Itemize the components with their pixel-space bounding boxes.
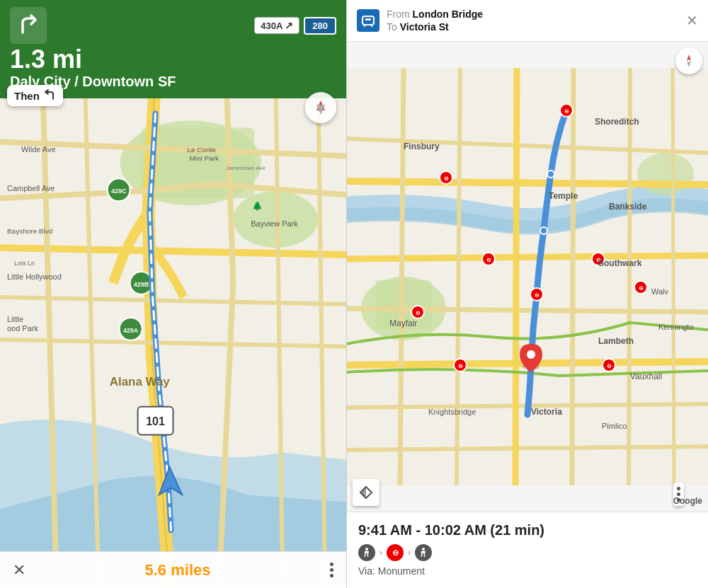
walk-person-icon: [361, 547, 372, 558]
svg-text:Southwark: Southwark: [598, 258, 642, 268]
turn-right-icon: [16, 13, 41, 38]
svg-text:⊖: ⊖: [639, 285, 644, 292]
transit-info: From London Bridge To Victoria St: [357, 8, 483, 33]
svg-text:🌲: 🌲: [252, 200, 263, 211]
nav-distance: 1.3 mi: [10, 47, 336, 72]
then-turn-icon: [43, 89, 56, 102]
svg-text:Wilde Ave: Wilde Ave: [21, 145, 56, 154]
highway-430a-label: 430A: [261, 21, 282, 31]
compass-south: [316, 105, 325, 115]
svg-text:Le Conte: Le Conte: [187, 146, 216, 154]
left-panel: 429C 429B 429A Wilde Ave Campbell Ave Ba…: [0, 0, 347, 588]
svg-text:Vauxhall: Vauxhall: [630, 371, 662, 381]
transit-text: From London Bridge To Victoria St: [387, 8, 483, 33]
compass-left[interactable]: [305, 92, 336, 123]
close-nav-button[interactable]: ✕: [13, 561, 25, 580]
more-button-left[interactable]: [330, 563, 333, 577]
then-button[interactable]: Then: [7, 85, 63, 106]
compass-right-icon: [681, 53, 697, 69]
more-dot-1: [330, 563, 333, 566]
svg-text:429A: 429A: [123, 327, 139, 334]
svg-text:Alana Way: Alana Way: [110, 375, 171, 388]
svg-text:Walv: Walv: [651, 287, 669, 296]
svg-text:⊖: ⊖: [486, 257, 491, 263]
route-steps: › ⊖ ›: [358, 544, 697, 561]
svg-marker-73: [687, 61, 691, 67]
svg-text:Finsbury: Finsbury: [404, 142, 440, 151]
badge-280: 280: [304, 17, 336, 35]
step-arrow-1: ›: [379, 548, 382, 558]
svg-text:Lois Ln: Lois Ln: [14, 260, 35, 267]
step-walk-icon-2: [415, 544, 432, 561]
svg-text:⊖: ⊖: [564, 108, 569, 115]
svg-point-37: [540, 227, 547, 234]
more-dot-2: [330, 568, 333, 572]
bottom-bar-left: ✕ 5.6 miles: [0, 551, 346, 588]
svg-text:Pimlico: Pimlico: [602, 422, 627, 430]
via-text: Via: Monument: [358, 565, 697, 577]
tube-icon: [357, 9, 379, 32]
svg-text:Mayfair: Mayfair: [389, 318, 417, 328]
svg-marker-72: [687, 54, 691, 61]
svg-rect-28: [368, 18, 371, 21]
svg-rect-27: [365, 18, 368, 21]
transit-header: From London Bridge To Victoria St ✕: [347, 0, 708, 42]
svg-text:Little Hollywood: Little Hollywood: [7, 272, 62, 281]
svg-text:Bayshore Blvd: Bayshore Blvd: [7, 227, 52, 235]
location-arrow-icon: [359, 485, 373, 500]
highway-280-label: 280: [312, 21, 328, 31]
transit-from: From London Bridge: [387, 8, 483, 20]
svg-point-40: [527, 350, 535, 359]
google-watermark: Google: [673, 496, 702, 506]
svg-point-34: [637, 153, 694, 195]
svg-text:Knightsbridge: Knightsbridge: [428, 408, 476, 416]
nav-header: 430A ↗ 280 1.3 mi Daly City / Downtown S…: [0, 0, 346, 98]
transit-to: To Victoria St: [387, 21, 483, 33]
svg-text:⊖: ⊖: [458, 363, 463, 369]
step-tube-icon: ⊖: [387, 544, 404, 561]
badge-430a: 430A ↗: [254, 17, 299, 34]
from-value: London Bridge: [413, 8, 484, 20]
svg-text:⊖: ⊖: [607, 363, 612, 369]
svg-marker-75: [360, 487, 366, 498]
svg-text:ood Park: ood Park: [7, 324, 38, 333]
turn-icon-box: [10, 7, 47, 44]
svg-text:Kenningto: Kenningto: [658, 323, 694, 331]
svg-text:Jamestown Ave: Jamestown Ave: [226, 165, 266, 171]
svg-text:Mini Park: Mini Park: [189, 154, 219, 162]
svg-text:Campbell Ave: Campbell Ave: [7, 184, 55, 192]
then-label: Then: [14, 90, 40, 102]
route-info: 9:41 AM - 10:02 AM (21 min) › ⊖ ›: [347, 512, 708, 588]
svg-text:101: 101: [146, 415, 165, 427]
svg-point-76: [365, 548, 368, 550]
svg-text:429B: 429B: [134, 281, 149, 288]
svg-text:Little: Little: [7, 315, 23, 323]
svg-text:⊖: ⊖: [444, 175, 449, 182]
svg-text:Temple: Temple: [549, 191, 578, 201]
transit-train-icon: [360, 13, 376, 28]
svg-text:429C: 429C: [111, 188, 127, 195]
svg-point-36: [547, 171, 554, 178]
close-transit-button[interactable]: ✕: [686, 12, 698, 29]
svg-text:Bankside: Bankside: [609, 202, 647, 212]
svg-text:Lambeth: Lambeth: [598, 336, 634, 346]
location-button[interactable]: [353, 479, 379, 506]
more-dot-r1: [677, 487, 680, 490]
svg-text:Bayview Park: Bayview Park: [251, 219, 298, 228]
svg-point-77: [422, 548, 425, 550]
svg-text:⊖: ⊖: [535, 292, 539, 299]
right-map[interactable]: ⊖ ⊖ ⊖ ⊖ ⊖ ⊖ ⊖ ⊖ ⊖ Shoreditch Finsbury Te…: [347, 42, 708, 512]
compass-right[interactable]: [675, 47, 702, 74]
highway-arrow: ↗: [285, 20, 293, 31]
right-panel: From London Bridge To Victoria St ✕: [347, 0, 708, 588]
time-range: 9:41 AM - 10:02 AM (21 min): [358, 522, 697, 538]
highway-badges: 430A ↗ 280: [254, 17, 336, 35]
step-arrow-2: ›: [408, 548, 411, 558]
walk-person-icon-2: [418, 547, 429, 558]
total-distance: 5.6 miles: [145, 561, 211, 580]
svg-text:Victoria: Victoria: [531, 407, 562, 417]
svg-rect-26: [362, 16, 374, 25]
more-dot-3: [330, 574, 333, 577]
to-value: Victoria St: [400, 21, 449, 33]
svg-text:Shoreditch: Shoreditch: [595, 117, 639, 127]
